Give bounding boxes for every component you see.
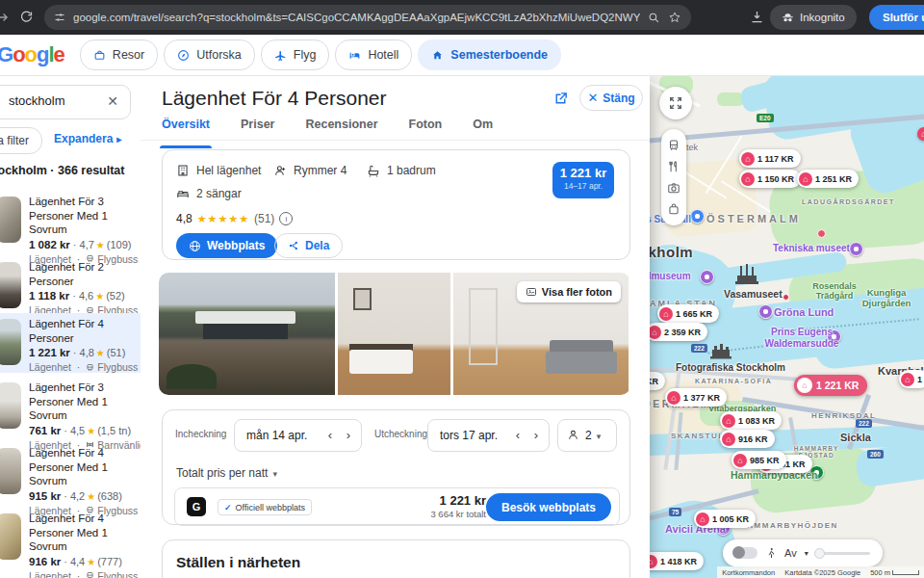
photo-livingroom[interactable]: Visa fler foton xyxy=(453,273,629,395)
guests-selector[interactable]: 2 xyxy=(557,419,617,452)
search-input[interactable] xyxy=(7,92,78,109)
keyboard-shortcuts-link[interactable]: Kortkommandon xyxy=(722,568,775,577)
open-in-new-icon[interactable] xyxy=(552,91,569,107)
more-photos-button[interactable]: Visa fler foton xyxy=(517,281,621,302)
nav-utforska[interactable]: Utforska xyxy=(164,39,255,70)
trips-icon xyxy=(93,49,106,62)
transit-icon[interactable] xyxy=(667,139,680,152)
shopping-icon[interactable] xyxy=(667,202,680,216)
map-price-pill[interactable]: ⌂1 418 KR xyxy=(650,552,704,570)
site-info-icon[interactable] xyxy=(54,12,65,23)
walk-time-slider[interactable] xyxy=(816,552,870,555)
chevron-down-icon[interactable]: ▾ xyxy=(805,549,808,558)
map-price-pill[interactable]: ⌂1 117 KR xyxy=(739,149,801,168)
result-item[interactable] xyxy=(0,573,141,578)
map-price-pill[interactable]: ⌂1 005 KR xyxy=(694,510,756,528)
browser-toolbar: google.com/travel/search?q=stockholm&ts=… xyxy=(0,0,924,35)
pill-label: 1 150 KR xyxy=(757,174,794,184)
tab-foton[interactable]: Foton xyxy=(409,118,443,141)
share-button[interactable]: Dela xyxy=(274,233,343,258)
result-item[interactable]: Lägenhet För 3 Personer Med 1 Sovrum 761… xyxy=(0,377,141,440)
result-thumbnail xyxy=(0,382,21,429)
result-item[interactable]: Lägenhet För 2 Personer 1 118 kr4,6(52) … xyxy=(0,256,141,313)
map-price-pill-clipped[interactable]: ⌂1 xyxy=(899,370,924,388)
house-icon: ⌂ xyxy=(733,454,747,467)
reload-icon[interactable] xyxy=(19,10,34,24)
map-price-pill-clipped[interactable]: ⌂ xyxy=(917,127,924,141)
map-price-pill[interactable]: ⌂1 665 KR xyxy=(657,304,719,323)
result-rating: 4,5 xyxy=(70,425,85,436)
map-price-pill[interactable]: ⌂985 KR xyxy=(732,451,786,469)
map-price-pill[interactable]: ⌂2 359 KR xyxy=(650,323,707,341)
result-rating: 4,4 xyxy=(70,556,85,567)
attraction-poi-icon[interactable] xyxy=(758,304,773,319)
close-button[interactable]: ✕Stäng xyxy=(579,85,643,111)
prev-day-icon[interactable] xyxy=(328,428,332,442)
forward-arrow-icon[interactable] xyxy=(0,11,10,24)
tab-om[interactable]: Om xyxy=(473,118,493,141)
result-item-selected[interactable]: Lägenhet För 4 Personer 1 221 kr4,8(51) … xyxy=(0,313,141,373)
checkout-field[interactable]: tors 17 apr. xyxy=(427,419,550,452)
result-thumbnail xyxy=(0,319,21,365)
next-day-icon[interactable] xyxy=(346,428,350,442)
shopping-poi-icon[interactable] xyxy=(690,209,705,223)
next-day-icon[interactable] xyxy=(534,428,538,442)
tab-oversikt[interactable]: Översikt xyxy=(162,118,210,141)
nav-semesterboende[interactable]: Semesterboende xyxy=(418,39,561,70)
result-item[interactable]: Lägenhet För 4 Personer Med 1 Sovrum 916… xyxy=(0,508,141,571)
map-label-poi: Gröna Lund xyxy=(774,306,834,318)
attractions-icon[interactable] xyxy=(667,181,680,195)
photo-detail xyxy=(349,350,413,374)
bookmark-star-icon[interactable] xyxy=(668,11,681,24)
photo-bedroom[interactable] xyxy=(338,273,450,395)
map[interactable]: E20 222 222 260 75 Stockholm Nationalmus… xyxy=(650,75,924,578)
all-filters-button[interactable]: Alla filter xyxy=(0,127,42,154)
nav-resor[interactable]: Resor xyxy=(80,39,158,70)
museum-poi-icon[interactable] xyxy=(849,242,863,256)
result-item[interactable]: Lägenhet För 3 Personer Med 1 Sovrum 1 0… xyxy=(0,191,141,254)
photo-exterior[interactable] xyxy=(159,273,335,395)
address-bar[interactable]: google.com/travel/search?q=stockholm&ts=… xyxy=(44,5,691,30)
map-price-pill[interactable]: ⌂1 251 KR xyxy=(797,170,859,188)
download-icon[interactable] xyxy=(750,10,764,24)
museum-poi-icon[interactable] xyxy=(700,270,714,284)
clear-search-icon[interactable]: ✕ xyxy=(107,93,118,109)
nav-flyg[interactable]: Flyg xyxy=(261,39,330,70)
map-price-pill-selected[interactable]: ⌂1 221 KR xyxy=(794,375,867,396)
tab-priser[interactable]: Priser xyxy=(241,118,274,141)
photo-icon xyxy=(526,286,537,298)
expand-link[interactable]: Expandera xyxy=(54,132,121,145)
map-price-pill[interactable]: ⌂1 377 KR xyxy=(665,388,727,407)
official-site-badge: ✓Officiell webbplats xyxy=(218,499,312,515)
price-badge[interactable]: 1 221 kr 14–17 apr. xyxy=(552,162,614,198)
map-price-pill[interactable]: ⌂916 KR xyxy=(720,430,775,448)
photo-detail xyxy=(195,311,295,324)
walk-toggle[interactable] xyxy=(732,547,757,559)
nav-hotell[interactable]: Hotell xyxy=(335,39,412,70)
map-price-pill[interactable]: ⌂1 083 KR xyxy=(720,411,782,430)
visit-website-button[interactable]: Besök webbplats xyxy=(486,493,611,521)
checkin-field[interactable]: mån 14 apr. xyxy=(234,419,362,452)
result-thumbnail xyxy=(0,197,21,243)
house-icon: ⌂ xyxy=(741,152,755,166)
incognito-badge: Inkognito xyxy=(770,5,857,30)
info-icon[interactable] xyxy=(279,212,293,225)
restaurants-icon[interactable] xyxy=(667,160,680,173)
pill-label: 985 KR xyxy=(750,456,780,465)
tab-recensioner[interactable]: Recensioner xyxy=(305,118,377,141)
result-item[interactable]: Lägenhet För 4 Personer Med 1 Sovrum 915… xyxy=(0,442,141,506)
result-price: 916 kr xyxy=(29,556,61,567)
website-button[interactable]: Webbplats xyxy=(176,233,277,258)
finish-update-button[interactable]: Slutför uppdatering xyxy=(869,5,924,30)
search-icon[interactable] xyxy=(648,12,660,24)
map-price-pill[interactable]: ⌂1 150 KR xyxy=(739,170,801,188)
badge-dates: 14–17 apr. xyxy=(552,181,614,191)
search-box[interactable]: ✕ xyxy=(0,85,131,119)
prev-day-icon[interactable] xyxy=(516,428,520,442)
google-logo[interactable]: Google xyxy=(0,42,64,67)
price-view-dropdown[interactable]: Totalt pris per natt xyxy=(176,466,277,480)
pill-label: 1 221 KR xyxy=(816,380,859,391)
fullscreen-button[interactable] xyxy=(659,87,692,119)
detail-tabs: Översikt Priser Recensioner Foton Om xyxy=(162,118,650,141)
explore-icon xyxy=(177,49,190,62)
